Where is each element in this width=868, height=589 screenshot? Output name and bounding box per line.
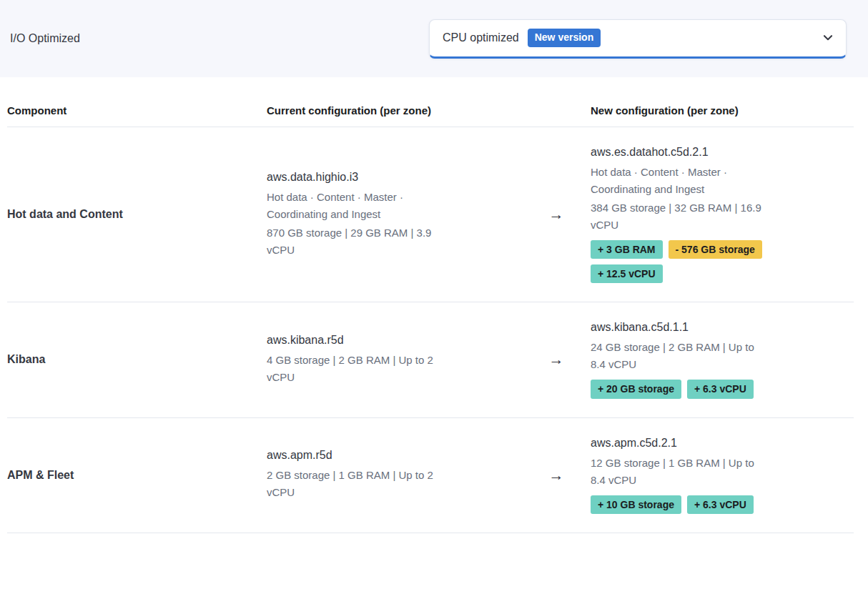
diff-badge-success: + 12.5 vCPU	[591, 264, 663, 283]
new-resource-specs: 24 GB storage | 2 GB RAM | Up to 8.4 vCP…	[591, 339, 771, 373]
diff-badge-warning: - 576 GB storage	[669, 240, 762, 259]
configuration-comparison-table: Component Current configuration (per zon…	[0, 77, 868, 533]
current-configuration: aws.apm.r5d 2 GB storage | 1 GB RAM | Up…	[267, 449, 447, 501]
diff-badge-success: + 6.3 vCPU	[687, 380, 754, 398]
diff-badges: + 20 GB storage+ 6.3 vCPU	[591, 380, 771, 398]
component-cell: APM & Fleet	[7, 469, 267, 482]
diff-badge-success: + 10 GB storage	[591, 495, 681, 514]
diff-badges: + 3 GB RAM- 576 GB storage+ 12.5 vCPU	[591, 240, 771, 283]
table-row: APM & Fleet aws.apm.r5d 2 GB storage | 1…	[7, 418, 854, 533]
current-profile-label: I/O Optimized	[10, 32, 80, 45]
new-configuration: aws.es.datahot.c5d.2.1 Hot data · Conten…	[591, 146, 771, 283]
component-cell: Hot data and Content	[7, 208, 267, 221]
diff-badge-success: + 20 GB storage	[591, 380, 681, 398]
current-configuration-cell: aws.kibana.r5d 4 GB storage | 2 GB RAM |…	[267, 334, 533, 386]
current-instance-type: aws.data.highio.i3	[267, 171, 447, 184]
new-configuration-cell: aws.apm.c5d.2.1 12 GB storage | 1 GB RAM…	[580, 437, 854, 514]
table-row: Kibana aws.kibana.r5d 4 GB storage | 2 G…	[7, 302, 854, 417]
current-resource-specs: 4 GB storage | 2 GB RAM | Up to 2 vCPU	[267, 352, 447, 386]
component-name: APM & Fleet	[7, 469, 74, 481]
current-configuration-cell: aws.data.highio.i3 Hot data · Content · …	[267, 171, 533, 259]
header-component: Component	[7, 104, 267, 117]
table-header-row: Component Current configuration (per zon…	[7, 77, 854, 127]
new-instance-type: aws.apm.c5d.2.1	[591, 437, 771, 450]
profile-select[interactable]: CPU optimized New version	[429, 19, 847, 59]
header-new-configuration: New configuration (per zone)	[580, 104, 854, 117]
current-configuration: aws.kibana.r5d 4 GB storage | 2 GB RAM |…	[267, 334, 447, 386]
current-instance-type: aws.apm.r5d	[267, 449, 447, 462]
arrow-right-icon: →	[549, 467, 564, 483]
arrow-cell: →	[533, 467, 580, 484]
current-configuration-cell: aws.apm.r5d 2 GB storage | 1 GB RAM | Up…	[267, 449, 533, 501]
component-name: Hot data and Content	[7, 208, 123, 220]
arrow-right-icon: →	[549, 351, 564, 367]
component-name: Kibana	[7, 353, 45, 365]
diff-badge-success: + 6.3 vCPU	[687, 495, 754, 514]
new-configuration: aws.kibana.c5d.1.1 24 GB storage | 2 GB …	[591, 321, 771, 398]
new-instance-type: aws.kibana.c5d.1.1	[591, 321, 771, 334]
hardware-profile-bar: I/O Optimized CPU optimized New version	[0, 0, 868, 77]
new-configuration: aws.apm.c5d.2.1 12 GB storage | 1 GB RAM…	[591, 437, 771, 514]
new-configuration-cell: aws.es.datahot.c5d.2.1 Hot data · Conten…	[580, 146, 854, 283]
component-cell: Kibana	[7, 353, 267, 366]
current-node-roles: Hot data · Content · Master · Coordinati…	[267, 189, 447, 223]
new-configuration-cell: aws.kibana.c5d.1.1 24 GB storage | 2 GB …	[580, 321, 854, 398]
arrow-cell: →	[533, 206, 580, 223]
arrow-right-icon: →	[549, 206, 564, 222]
profile-select-value: CPU optimized	[443, 31, 519, 44]
current-resource-specs: 2 GB storage | 1 GB RAM | Up to 2 vCPU	[267, 467, 447, 501]
table-row: Hot data and Content aws.data.highio.i3 …	[7, 127, 854, 302]
new-node-roles: Hot data · Content · Master · Coordinati…	[591, 164, 771, 198]
new-instance-type: aws.es.datahot.c5d.2.1	[591, 146, 771, 159]
comparison-table-body: Hot data and Content aws.data.highio.i3 …	[7, 127, 854, 533]
new-resource-specs: 12 GB storage | 1 GB RAM | Up to 8.4 vCP…	[591, 455, 771, 489]
chevron-down-icon	[822, 31, 834, 44]
new-version-badge: New version	[528, 29, 601, 47]
diff-badge-success: + 3 GB RAM	[591, 240, 663, 259]
arrow-cell: →	[533, 351, 580, 368]
current-instance-type: aws.kibana.r5d	[267, 334, 447, 347]
current-configuration: aws.data.highio.i3 Hot data · Content · …	[267, 171, 447, 259]
header-current-configuration: Current configuration (per zone)	[267, 104, 533, 117]
new-resource-specs: 384 GB storage | 32 GB RAM | 16.9 vCPU	[591, 199, 771, 234]
current-resource-specs: 870 GB storage | 29 GB RAM | 3.9 vCPU	[267, 224, 447, 259]
diff-badges: + 10 GB storage+ 6.3 vCPU	[591, 495, 771, 514]
